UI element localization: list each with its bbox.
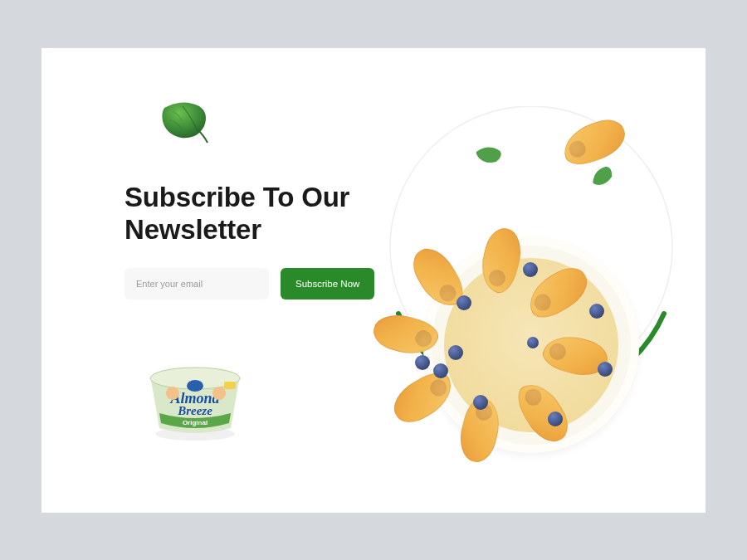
hero-section — [382, 106, 681, 455]
svg-point-7 — [187, 380, 203, 392]
fruit-bowl-icon — [423, 237, 639, 453]
svg-text:Breeze: Breeze — [177, 404, 212, 417]
svg-point-6 — [212, 387, 226, 400]
newsletter-heading: Subscribe To Our Newsletter — [124, 181, 423, 246]
blueberry-icon — [433, 363, 448, 378]
svg-rect-8 — [224, 382, 236, 389]
email-input[interactable] — [124, 268, 269, 299]
svg-point-5 — [166, 387, 179, 400]
newsletter-card: Subscribe To Our Newsletter Subscribe No… — [42, 48, 706, 513]
product-cup-icon: Almond Breeze Original — [133, 347, 257, 450]
subscribe-form: Subscribe Now — [124, 268, 423, 299]
blueberry-icon — [415, 355, 430, 370]
subscribe-button[interactable]: Subscribe Now — [281, 268, 374, 299]
newsletter-content: Subscribe To Our Newsletter Subscribe No… — [124, 181, 423, 299]
peach-slice-icon — [564, 138, 614, 174]
leaf-icon — [158, 98, 216, 151]
svg-text:Original: Original — [183, 419, 208, 426]
